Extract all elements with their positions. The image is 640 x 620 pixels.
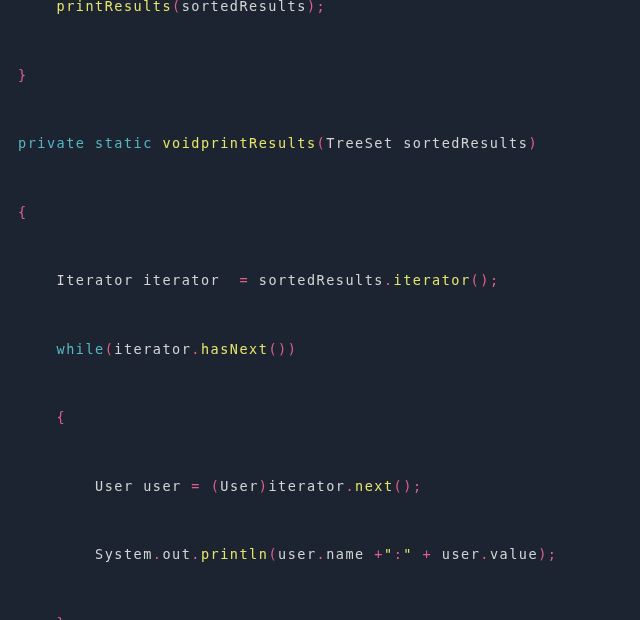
dot: . [153,546,163,562]
brace: } [57,615,67,621]
dot: . [345,478,355,494]
paren: ) [307,0,317,14]
paren: ( [211,478,221,494]
dot: . [384,272,394,288]
type: voidprintResults [162,135,316,151]
paren: () [268,341,287,357]
semicolon: ; [548,546,558,562]
code-line: { [18,204,28,220]
identifier: iterator [143,272,220,288]
brace: } [18,67,28,83]
method: next [355,478,394,494]
paren: ( [105,341,115,357]
paren: ( [268,546,278,562]
code-line: Iterator iterator = sortedResults.iterat… [18,272,500,288]
paren: () [471,272,490,288]
paren: ) [288,341,298,357]
identifier: user [442,546,481,562]
semicolon: ; [317,0,327,14]
method: println [201,546,268,562]
identifier: user [278,546,317,562]
code-line: printResults(sortedResults); [18,0,326,14]
identifier: sortedResults [403,135,528,151]
method: hasNext [201,341,268,357]
dot: . [191,546,201,562]
brace: { [57,409,67,425]
code-line: User user = (User)iterator.next(); [18,478,423,494]
keyword: static [95,135,153,151]
field: name [326,546,365,562]
string-content: : [394,546,404,562]
paren: ) [528,135,538,151]
identifier: user [143,478,182,494]
operator: = [191,478,201,494]
type: Iterator [57,272,134,288]
semicolon: ; [413,478,423,494]
keyword: private [18,135,85,151]
paren: ( [172,0,182,14]
type: TreeSet [326,135,393,151]
code-line: private static voidprintResults(TreeSet … [18,135,538,151]
operator: + [374,546,384,562]
identifier: sortedResults [182,0,307,14]
identifier: iterator [114,341,191,357]
code-line: while(iterator.hasNext()) [18,341,297,357]
field: value [490,546,538,562]
dot: . [317,546,327,562]
keyword: while [57,341,105,357]
code-line: } [18,615,66,621]
code-line: { [18,409,66,425]
paren: ( [317,135,327,151]
code-line: System.out.println(user.name +":" + user… [18,546,557,562]
identifier: sortedResults [259,272,384,288]
method: iterator [394,272,471,288]
semicolon: ; [490,272,500,288]
paren: ) [259,478,269,494]
dot: . [480,546,490,562]
type: User [95,478,134,494]
operator: = [239,272,249,288]
paren: () [394,478,413,494]
identifier: out [162,546,191,562]
code-block: printResults(sortedResults); } private s… [0,0,640,620]
string-quote: " [403,546,413,562]
code-line: } [18,67,28,83]
operator: + [423,546,433,562]
paren: ) [538,546,548,562]
type: User [220,478,259,494]
dot: . [191,341,201,357]
string-quote: " [384,546,394,562]
fn-call: printResults [57,0,173,14]
identifier: iterator [268,478,345,494]
brace: { [18,204,28,220]
identifier: System [95,546,153,562]
